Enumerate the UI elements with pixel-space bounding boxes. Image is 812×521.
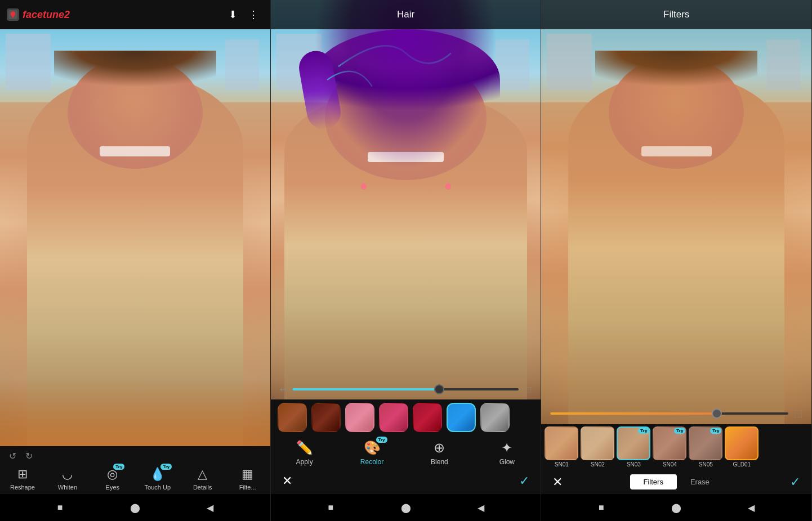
- tool-filters[interactable]: ▦ Filte...: [231, 467, 265, 491]
- filters-controls: SN01 SN02 Try SN03 Try SN04 Try: [541, 424, 811, 494]
- filter-SN02-label: SN02: [591, 461, 605, 468]
- hair-tool-blend[interactable]: ⊕ Blend: [420, 440, 459, 466]
- tool-details[interactable]: △ Details: [186, 467, 220, 491]
- color-swatch-darkred[interactable]: [311, 403, 341, 432]
- color-swatch-red[interactable]: [413, 403, 442, 432]
- color-swatch-gray[interactable]: [480, 403, 510, 432]
- filter-GLD01-label: GLD01: [733, 461, 751, 468]
- hair-controls: ✏️ Apply 🎨 Try Recolor ⊕ Blend ✦ Glow ✕: [271, 399, 541, 494]
- touchup-try-badge: Try: [160, 464, 172, 470]
- recolor-label: Recolor: [360, 458, 383, 466]
- hair-header: Hair: [271, 0, 541, 29]
- tool-touchup[interactable]: 💧 Try Touch Up: [141, 467, 175, 491]
- eyes-try-badge: Try: [113, 464, 124, 470]
- filter-SN01-img: [545, 426, 578, 460]
- tool-eyes[interactable]: ◎ Try Eyes: [96, 467, 130, 491]
- main-header: facetune2 ⬇ ⋮: [0, 0, 270, 29]
- filter-SN01-label: SN01: [555, 461, 569, 468]
- apply-icon: ✏️: [296, 440, 313, 456]
- hair-cancel-button[interactable]: ✕: [282, 474, 292, 488]
- filter-SN04[interactable]: Try SN04: [653, 426, 686, 468]
- SN03-try-badge: Try: [638, 428, 649, 434]
- filter-SN01[interactable]: SN01: [545, 426, 578, 468]
- circle-button-3[interactable]: ⬤: [666, 497, 686, 518]
- logo-area: facetune2: [7, 8, 70, 21]
- hair-tool-apply[interactable]: ✏️ Apply: [285, 440, 324, 466]
- circle-button-1[interactable]: ⬤: [125, 497, 145, 518]
- back-button-3[interactable]: ◀: [741, 497, 761, 518]
- glow-label: Glow: [499, 458, 515, 466]
- blend-icon: ⊕: [434, 440, 445, 456]
- tab-filters[interactable]: Filters: [630, 474, 677, 489]
- color-swatch-rose[interactable]: [379, 403, 408, 432]
- tab-erase[interactable]: Erase: [677, 474, 723, 489]
- nav-bar-2: ■ ⬤ ◀: [271, 494, 541, 521]
- photo-bottom-gradient: [0, 379, 270, 446]
- filter-SN03-label: SN03: [627, 461, 641, 468]
- tool-whiten[interactable]: ◡ Whiten: [51, 467, 84, 491]
- reshape-label: Reshape: [10, 484, 35, 491]
- app-logo-text: facetune2: [23, 9, 70, 21]
- hair-tools-row: ✏️ Apply 🎨 Try Recolor ⊕ Blend ✦ Glow: [271, 435, 541, 468]
- filters-label: Filte...: [239, 484, 256, 491]
- whiten-icon: ◡: [62, 467, 73, 482]
- hair-tool-glow[interactable]: ✦ Glow: [487, 440, 527, 466]
- filters-photo-bg: [541, 0, 811, 424]
- color-swatch-blue[interactable]: [447, 403, 476, 432]
- whiten-label: Whiten: [58, 484, 77, 491]
- SN04-try-badge: Try: [674, 428, 685, 434]
- circle-button-2[interactable]: ⬤: [396, 497, 416, 518]
- filters-header: Filters: [541, 0, 811, 29]
- filters-title: Filters: [663, 9, 689, 20]
- more-options-button[interactable]: ⋮: [243, 5, 264, 25]
- recolor-try-badge: Try: [376, 437, 387, 443]
- undo-redo-row: ↺ ↻: [0, 451, 270, 465]
- eyes-icon: ◎ Try: [107, 467, 118, 482]
- filter-thumbnails: SN01 SN02 Try SN03 Try SN04 Try: [541, 424, 811, 470]
- filter-SN05[interactable]: Try SN05: [689, 426, 722, 468]
- filter-SN02[interactable]: SN02: [581, 426, 614, 468]
- home-button-2[interactable]: ■: [320, 497, 341, 518]
- download-button[interactable]: ⬇: [223, 5, 243, 25]
- color-swatch-pink[interactable]: [345, 403, 374, 432]
- hair-title: Hair: [397, 9, 414, 20]
- panel-hair: Hair: [271, 0, 542, 521]
- main-photo: [0, 0, 270, 446]
- filter-GLD01-img: [725, 426, 759, 460]
- filters-cancel-button[interactable]: ✕: [552, 475, 563, 489]
- filters-photo[interactable]: ⬚: [541, 0, 811, 424]
- filters-icon: ▦: [242, 467, 253, 482]
- apply-label: Apply: [296, 458, 313, 466]
- home-button-3[interactable]: ■: [591, 497, 612, 518]
- details-label: Details: [193, 484, 212, 491]
- back-button-1[interactable]: ◀: [200, 497, 220, 518]
- touchup-label: Touch Up: [145, 484, 171, 491]
- tool-row: ⊞ Reshape ◡ Whiten ◎ Try Eyes 💧 Try Touc…: [0, 465, 270, 492]
- hair-photo[interactable]: ↩ ⬚: [271, 0, 541, 399]
- nav-bar-1: ■ ⬤ ◀: [0, 494, 270, 521]
- back-button-2[interactable]: ◀: [471, 497, 491, 518]
- touchup-icon: 💧 Try: [150, 467, 165, 482]
- details-icon: △: [198, 467, 207, 482]
- filter-SN04-label: SN04: [663, 461, 677, 468]
- home-button-1[interactable]: ■: [50, 497, 70, 518]
- recolor-icon: 🎨 Try: [364, 440, 381, 456]
- filter-GLD01[interactable]: GLD01: [725, 426, 759, 468]
- hair-tool-recolor[interactable]: 🎨 Try Recolor: [353, 440, 392, 466]
- filters-confirm-button[interactable]: ✓: [790, 475, 800, 489]
- tool-reshape[interactable]: ⊞ Reshape: [6, 467, 39, 491]
- filters-tabs: Filters Erase: [563, 474, 790, 489]
- hair-confirm-button[interactable]: ✓: [519, 474, 529, 488]
- reshape-icon: ⊞: [17, 467, 28, 482]
- color-swatch-brown[interactable]: [278, 403, 307, 432]
- undo-button[interactable]: ↺: [9, 451, 16, 461]
- hair-confirm-row: ✕ ✓: [271, 468, 541, 494]
- hair-photo-bg: [271, 0, 541, 399]
- svg-point-1: [361, 183, 367, 190]
- redo-button[interactable]: ↻: [25, 451, 33, 461]
- main-toolbar: ↺ ↻ ⊞ Reshape ◡ Whiten ◎ Try Eyes 💧: [0, 446, 270, 494]
- panel-main: facetune2 ⬇ ⋮ ↺ ↻: [0, 0, 271, 521]
- blend-label: Blend: [431, 458, 448, 466]
- panel-filters: Filters ⬚: [541, 0, 812, 521]
- filter-SN03[interactable]: Try SN03: [617, 426, 650, 468]
